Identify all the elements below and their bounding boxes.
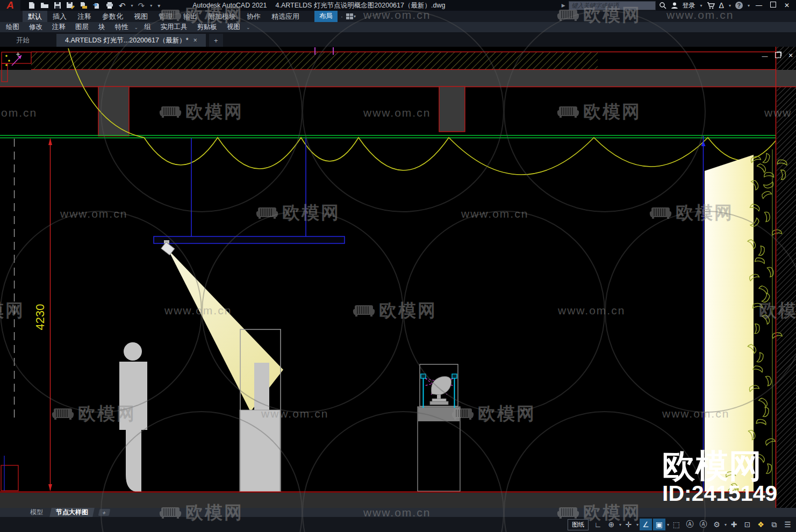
tab-annotate[interactable]: 注释 [72,11,97,23]
autocad-logo-icon[interactable]: A [0,0,20,11]
print-icon[interactable] [105,2,114,9]
panel-draw[interactable]: 绘图 [1,23,24,32]
canvas-close-button[interactable]: ✕ [787,52,794,59]
plot-transfer-icon[interactable] [92,2,101,9]
customization-menu-icon[interactable]: ☰ [781,519,794,530]
ribbon-panel-row: 绘图 修改 注释 图层 块 特性 ⌄ 组 实用工具 剪贴板 视图 ⌄ [0,22,796,32]
panel-grid-dropdown-icon[interactable]: ▾ [354,14,356,19]
canvas-restore-button[interactable] [774,52,781,59]
ribbon-tab-bar: 默认 插入 注释 参数化 视图 管理 输出 附加模块 协作 精选应用 布局 · … [0,11,796,22]
undo-dropdown-icon[interactable]: ▾ [131,3,133,8]
save-as-icon[interactable] [66,2,75,9]
tab-insert[interactable]: 插入 [47,11,72,23]
exchange-dropdown-icon[interactable]: ▾ [729,3,731,8]
app-store-cart-icon[interactable] [707,2,715,9]
clean-screen-icon[interactable]: ⧉ [768,519,780,530]
search-input[interactable] [569,1,656,10]
maximize-button[interactable] [768,2,778,9]
workspace-gear-icon[interactable]: ⚙ [711,519,723,530]
object-snap-dropdown-icon[interactable]: ▾ [667,522,669,527]
panel-modify[interactable]: 修改 [24,23,47,32]
canvas-window-controls: — ✕ [761,52,794,59]
panel-annotate[interactable]: 注释 [47,23,70,32]
panel-groups[interactable]: 组 [139,23,156,32]
user-icon[interactable] [671,2,678,9]
annotation-visibility-icon[interactable]: Ⓐ [684,519,696,530]
tab-default[interactable]: 默认 [23,11,47,23]
open-folder-icon[interactable] [40,2,49,9]
tab-output[interactable]: 输出 [178,11,203,23]
search-expand-icon[interactable]: ▶ [562,3,565,8]
panel-clipboard[interactable]: 剪贴板 [192,23,223,32]
grid-display-icon[interactable]: ∟ [592,519,604,530]
snap-dropdown-icon[interactable]: ▾ [619,522,621,527]
new-file-tab-button[interactable]: + [209,34,223,47]
polar-tracking-icon[interactable]: ∠ [640,519,652,530]
new-layout-button[interactable]: + [98,509,111,516]
minimize-button[interactable]: — [754,2,764,9]
annotation-autoscale-icon[interactable]: Ⓐ [697,519,709,530]
selection-cycling-icon[interactable]: ⬚ [670,519,683,530]
panel-view[interactable]: 视图 [222,23,245,32]
graphics-performance-icon[interactable]: ❖ [755,519,767,530]
panel-layers[interactable]: 图层 [70,23,94,32]
properties-expand-icon[interactable]: ⌄ [134,25,139,30]
search-icon[interactable] [659,2,666,9]
tab-featured-apps[interactable]: 精选应用 [266,11,305,23]
snap-mode-icon[interactable]: ⊕ [605,519,618,530]
tab-collaborate[interactable]: 协作 [241,11,266,23]
tab-layout-highlighted[interactable]: 布局 [314,11,338,22]
panel-utilities[interactable]: 实用工具 [156,23,192,32]
redo-dropdown-icon[interactable]: ▾ [150,3,152,8]
qat-customize-icon[interactable]: ▾ [157,3,160,9]
layout-tab-model[interactable]: 模型 [25,508,48,517]
file-tab-start[interactable]: 开始 [8,34,38,47]
isodraft-icon[interactable]: ✛ [622,519,635,530]
paper-space-toggle[interactable]: 图纸 [568,519,589,530]
undo-icon[interactable]: ↶ [119,2,126,10]
open-from-web-icon[interactable] [80,2,88,9]
new-file-icon[interactable] [28,2,35,9]
help-icon[interactable]: ? [735,2,743,9]
autodesk-exchange-icon[interactable]: Δ [719,1,724,10]
object-snap-icon[interactable]: ▣ [653,519,665,530]
login-dropdown-icon[interactable]: ▾ [700,3,702,8]
layout-tab-bar: 模型 节点大样图 + [0,508,796,517]
view-expand-icon[interactable]: ⌄ [246,25,250,30]
file-tab-close-icon[interactable]: × [193,37,197,44]
tab-addins[interactable]: 附加模块 [203,11,241,23]
panel-properties[interactable]: 特性 [110,23,133,32]
close-button[interactable]: ✕ [782,2,792,9]
isodraft-dropdown-icon[interactable]: ▾ [636,522,639,527]
save-icon[interactable] [54,2,61,9]
file-tab-active-document[interactable]: 4.ARTELDS 灯光节...20200617（最新）* × [56,34,206,47]
workspace-dropdown-icon[interactable]: ▾ [725,522,727,527]
document-title: 4.ARTELDS 灯光节点说明概念图20200617（最新）.dwg [276,2,446,9]
autocad-window: A ↶▾ ↷▾ ▾ Autodesk AutoCAD 20214.ARTELDS… [0,0,796,532]
drawing-canvas[interactable] [0,47,796,508]
window-title: Autodesk AutoCAD 20214.ARTELDS 灯光节点说明概念图… [192,1,445,10]
quick-access-toolbar: ↶▾ ↷▾ ▾ [28,2,160,10]
panel-block[interactable]: 块 [94,23,110,32]
status-bar: 图纸 ∟ ⊕ ▾ ✛ ▾ ∠ ▣ ▾ ⬚ Ⓐ Ⓐ ⚙ ▾ ✚ ⊡ ❖ ⧉ ☰ [0,517,796,532]
login-button[interactable]: 登录 [683,1,695,10]
title-bar: A ↶▾ ↷▾ ▾ Autodesk AutoCAD 20214.ARTELDS… [0,0,796,11]
annotation-monitor-icon[interactable]: ✚ [728,519,740,530]
separator-dot: · [341,13,343,20]
tab-parametric[interactable]: 参数化 [97,11,128,23]
file-tab-bar: 开始 4.ARTELDS 灯光节...20200617（最新）* × + [0,32,796,47]
tab-manage[interactable]: 管理 [153,11,178,23]
canvas-minimize-button[interactable]: — [761,53,769,59]
panel-grid-icon[interactable] [346,13,353,19]
isolate-objects-icon[interactable]: ⊡ [741,519,754,530]
layout-tab-detail-active[interactable]: 节点大样图 [49,508,95,517]
redo-icon[interactable]: ↷ [138,2,145,10]
help-dropdown-icon[interactable]: ▾ [748,3,750,8]
tab-view[interactable]: 视图 [128,11,153,23]
